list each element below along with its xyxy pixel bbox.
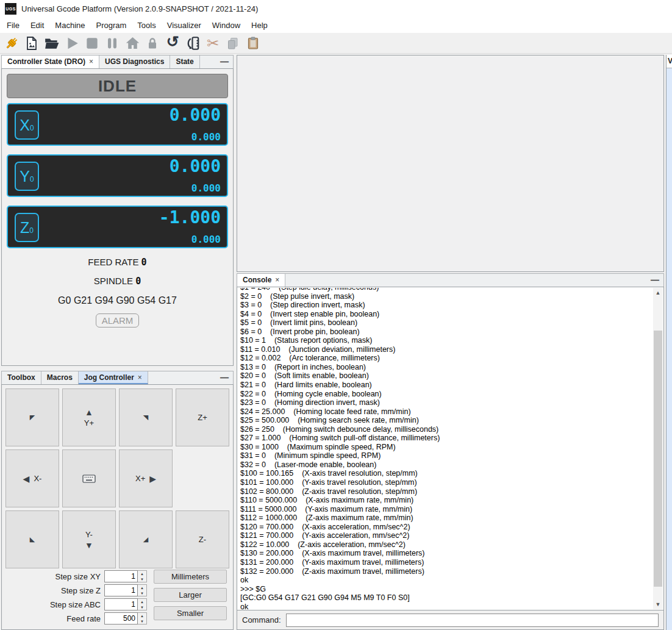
axis-z-reset-button[interactable]: Z0 <box>15 213 39 242</box>
jog-x-minus-button[interactable]: ◀X- <box>5 449 59 507</box>
spin-up-icon[interactable]: ▲ <box>138 571 146 576</box>
console-scrollbar[interactable]: ▲ ▼ <box>653 288 663 609</box>
console-line: $120 = 700.000 (X-axis acceleration, mm/… <box>240 523 652 532</box>
stop-icon <box>84 35 100 51</box>
alarm-button[interactable]: ALARM <box>96 313 140 328</box>
jog-grid: ◤ ▲Y+ ◥ Z+ ◀X- X+▶ ◣ Y-▼ ◢ Z- <box>2 385 233 568</box>
unlock-button[interactable] <box>144 35 161 52</box>
axis-letter: Y <box>20 168 30 185</box>
menu-item[interactable]: File <box>1 18 25 32</box>
step-size-abc-spinner[interactable]: ▲▼ <box>138 598 147 610</box>
menu-item[interactable]: Machine <box>49 18 90 32</box>
tab-visualizer-clipped[interactable]: V <box>667 55 672 68</box>
stop-button[interactable] <box>84 35 101 52</box>
scroll-up-icon[interactable]: ▲ <box>653 288 663 298</box>
jog-x-minus-y-plus-button[interactable]: ◤ <box>5 388 59 446</box>
console-output[interactable]: $1 = 240 (Step idle delay, milliseconds)… <box>238 288 652 609</box>
tab-ugs-diagnostics[interactable]: UGS Diagnostics <box>99 55 170 68</box>
tab-console[interactable]: Console× <box>237 274 285 287</box>
spin-down-icon[interactable]: ▼ <box>138 618 146 624</box>
axis-z-machine-value: 0.000 <box>191 234 221 245</box>
console-line: ok <box>240 576 652 585</box>
console-line: [GC:G0 G54 G17 G21 G90 G94 M5 M9 T0 F0 S… <box>240 593 652 603</box>
paste-button[interactable] <box>245 35 262 52</box>
spin-down-icon[interactable]: ▼ <box>138 604 146 610</box>
spin-down-icon[interactable]: ▼ <box>138 576 146 582</box>
jog-tabstrip: Toolbox Macros Jog Controller× — <box>1 371 234 384</box>
jog-x-minus-y-minus-button[interactable]: ◣ <box>5 510 59 568</box>
console-line: $4 = 0 (Invert step enable pin, boolean) <box>240 310 652 319</box>
menu-item[interactable]: Visualizer <box>162 18 207 32</box>
tab-toolbox[interactable]: Toolbox <box>2 371 41 384</box>
connect-button[interactable] <box>3 35 20 52</box>
tab-label: Controller State (DRO) <box>7 57 85 66</box>
jog-y-plus-button[interactable]: ▲Y+ <box>62 388 116 446</box>
tab-close-icon[interactable]: × <box>89 57 93 66</box>
minimize-icon[interactable]: — <box>651 275 659 285</box>
copy-icon <box>226 36 240 51</box>
jog-keyboard-button[interactable] <box>62 449 116 507</box>
spin-down-icon[interactable]: ▼ <box>138 590 146 596</box>
tab-macros[interactable]: Macros <box>41 371 79 384</box>
scroll-down-icon[interactable]: ▼ <box>653 600 663 609</box>
reset-arrow-icon: ↺ <box>166 34 179 49</box>
tab-controller-state-dro[interactable]: Controller State (DRO)× <box>2 55 99 68</box>
step-size-abc-input[interactable] <box>104 598 138 610</box>
minimize-icon[interactable]: — <box>220 57 229 66</box>
axis-y-reset-button[interactable]: Y0 <box>15 162 39 191</box>
feed-rate-spinner[interactable]: ▲▼ <box>138 612 147 625</box>
menu-item[interactable]: Program <box>91 18 132 32</box>
console-line: $11 = 0.010 (Junction deviation, millime… <box>240 345 652 354</box>
step-size-xy-spinner[interactable]: ▲▼ <box>138 570 147 582</box>
menu-item[interactable]: Tools <box>132 18 161 32</box>
spindle-line: SPINDLE 0 <box>2 276 233 287</box>
jog-y-minus-button[interactable]: Y-▼ <box>62 510 116 568</box>
spin-up-icon[interactable]: ▲ <box>138 613 146 618</box>
menu-item[interactable]: Window <box>207 18 246 32</box>
unit-button[interactable]: Smaller <box>154 606 227 620</box>
axis-x-reset-button[interactable]: X0 <box>15 110 39 140</box>
feed-rate-input[interactable] <box>104 612 138 625</box>
dro-tabstrip: Controller State (DRO)× UGS Diagnostics … <box>1 55 234 68</box>
tab-jog-controller[interactable]: Jog Controller× <box>79 371 148 384</box>
send-to-machine-button[interactable] <box>184 35 201 52</box>
step-size-z-input[interactable] <box>104 584 138 596</box>
new-file-button[interactable] <box>23 35 40 52</box>
tab-state[interactable]: State <box>170 55 199 68</box>
scrollbar-thumb[interactable] <box>654 331 662 587</box>
tab-close-icon[interactable]: × <box>275 276 279 284</box>
dro-axis-z: Z0 -1.000 0.000 <box>7 206 228 248</box>
unlock-icon <box>145 36 160 51</box>
command-input[interactable] <box>286 614 659 627</box>
play-button[interactable] <box>63 35 80 52</box>
spin-up-icon[interactable]: ▲ <box>138 599 146 604</box>
jog-x-plus-y-plus-button[interactable]: ◥ <box>119 388 173 446</box>
step-size-z-spinner[interactable]: ▲▼ <box>138 584 147 596</box>
step-size-xy-input[interactable] <box>104 570 138 582</box>
copy-button[interactable] <box>224 35 241 52</box>
cut-button[interactable]: ✂ <box>204 35 221 52</box>
dro-panel-body: IDLE X0 0.000 0.000 Y0 0.000 0.000 Z0 -1… <box>1 68 234 366</box>
pause-button[interactable] <box>104 35 121 52</box>
arrow-up-icon: ▲ <box>85 408 93 417</box>
axis-sub: 0 <box>30 175 34 184</box>
jog-x-plus-button[interactable]: X+▶ <box>119 449 173 507</box>
home-button[interactable] <box>124 35 141 52</box>
menu-item[interactable]: Edit <box>25 18 49 32</box>
minimize-icon[interactable]: — <box>220 373 229 382</box>
unit-button[interactable]: Millimeters <box>154 570 227 584</box>
jog-x-plus-y-minus-button[interactable]: ◢ <box>119 510 173 568</box>
step-size-z-label: Step size Z <box>2 586 104 595</box>
jog-z-minus-button[interactable]: Z- <box>176 510 229 568</box>
step-settings: Step size XY ▲▼ Step size Z ▲▼ Step size… <box>2 570 233 626</box>
soft-reset-button[interactable]: ↺ <box>164 35 181 52</box>
spin-up-icon[interactable]: ▲ <box>138 585 146 590</box>
jog-z-plus-button[interactable]: Z+ <box>176 388 229 446</box>
arrow-left-icon: ◀ <box>23 474 30 483</box>
open-file-button[interactable] <box>43 35 60 52</box>
unit-button[interactable]: Larger <box>154 588 227 602</box>
visualizer-docked-strip[interactable]: V <box>666 55 672 630</box>
menu-item[interactable]: Help <box>246 18 273 32</box>
console-line: $122 = 10.000 (Z-axis acceleration, mm/s… <box>240 540 652 549</box>
tab-close-icon[interactable]: × <box>138 373 142 382</box>
